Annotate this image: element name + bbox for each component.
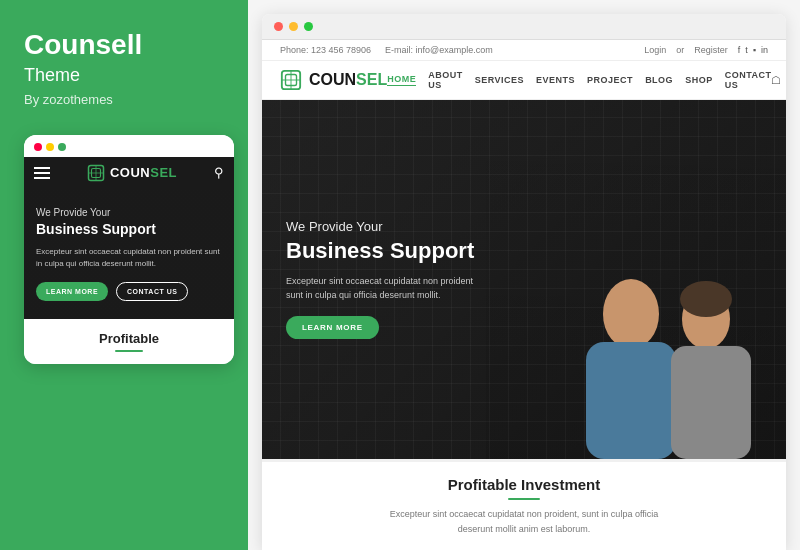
mobile-logo-text: COUNSEL [110,165,177,180]
topbar-or: or [676,45,684,55]
mobile-section: Profitable [24,319,234,365]
hero-subtitle: We Provide Your [286,219,762,234]
browser-chrome [262,14,786,40]
mobile-section-title: Profitable [36,331,222,346]
mobile-learn-more-button[interactable]: LEARN MORE [36,282,108,301]
svg-rect-9 [586,342,676,459]
mobile-logo-icon [87,164,105,182]
topbar-linkedin-icon[interactable]: in [761,45,768,55]
hero-body: Excepteur sint occaecat cupidatat non pr… [286,274,486,303]
right-panel: Phone: 123 456 78906 E-mail: info@exampl… [248,0,800,550]
nav-shop[interactable]: SHOP [685,75,713,85]
browser-content: Phone: 123 456 78906 E-mail: info@exampl… [262,40,786,550]
mobile-logo: COUNSEL [87,164,177,182]
mobile-hero-subtitle: We Provide Your [36,207,222,218]
mobile-hamburger-icon[interactable] [34,167,50,179]
topbar-phone: Phone: 123 456 78906 [280,45,371,55]
hero-learn-more-button[interactable]: LEARN MORE [286,316,379,339]
mobile-chrome [24,135,234,157]
nav-project[interactable]: PROJECT [587,75,633,85]
mobile-dot-yellow [46,143,54,151]
mobile-hero-body: Excepteur sint occaecat cupidatat non pr… [36,246,222,270]
below-title: Profitable Investment [280,476,768,493]
mobile-search-icon[interactable]: ⚲ [214,165,224,180]
nav-blog[interactable]: BLOG [645,75,673,85]
hero-content: We Provide Your Business Support Excepte… [286,219,762,339]
topbar-right: Login or Register f t ▪ in [644,45,768,55]
browser-mockup: Phone: 123 456 78906 E-mail: info@exampl… [262,14,786,550]
topbar-facebook-icon[interactable]: f [738,45,741,55]
site-topbar: Phone: 123 456 78906 E-mail: info@exampl… [262,40,786,61]
site-nav-links: HOME ABOUT US SERVICES EVENTS PROJECT BL… [387,70,771,90]
theme-subtitle: Theme [24,65,224,86]
browser-dot-green [304,22,313,31]
site-logo-icon [280,69,302,91]
nav-home[interactable]: HOME [387,74,416,86]
below-divider [508,498,540,501]
site-logo: COUNSEL [280,69,387,91]
site-hero: We Provide Your Business Support Excepte… [262,100,786,459]
cart-icon[interactable]: ☖ [771,74,781,87]
nav-services[interactable]: SERVICES [475,75,524,85]
mobile-dot-green [58,143,66,151]
theme-title: Counsell [24,30,224,61]
mobile-hero-buttons: LEARN MORE CONTACT US [36,282,222,301]
site-logo-text: COUNSEL [309,71,387,89]
topbar-login[interactable]: Login [644,45,666,55]
mobile-nav: COUNSEL ⚲ [24,157,234,189]
browser-dot-yellow [289,22,298,31]
mobile-section-divider [115,350,143,353]
mobile-hero-title: Business Support [36,221,222,238]
nav-contact[interactable]: CONTACT US [725,70,772,90]
topbar-instagram-icon[interactable]: ▪ [753,45,756,55]
mobile-dot-red [34,143,42,151]
nav-about[interactable]: ABOUT US [428,70,463,90]
browser-dot-red [274,22,283,31]
topbar-social-links: f t ▪ in [738,45,768,55]
mobile-mockup: COUNSEL ⚲ We Provide Your Business Suppo… [24,135,234,365]
topbar-contact-info: Phone: 123 456 78906 E-mail: info@exampl… [280,45,493,55]
hero-title: Business Support [286,238,762,263]
site-nav-icons: ☖ ⚲ [771,74,786,87]
mobile-contact-us-button[interactable]: CONTACT US [116,282,188,301]
nav-events[interactable]: EVENTS [536,75,575,85]
left-panel: Counsell Theme By zozothemes [0,0,248,550]
mobile-hero: We Provide Your Business Support Excepte… [24,189,234,319]
topbar-email: E-mail: info@example.com [385,45,493,55]
svg-rect-11 [671,346,751,459]
theme-author: By zozothemes [24,92,224,107]
topbar-twitter-icon[interactable]: t [745,45,748,55]
site-below: Profitable Investment Excepteur sint occ… [262,459,786,550]
mobile-dots [34,143,66,151]
site-navbar: COUNSEL HOME ABOUT US SERVICES EVENTS PR… [262,61,786,100]
below-body: Excepteur sint occaecat cupidatat non pr… [374,507,674,536]
topbar-register[interactable]: Register [694,45,728,55]
